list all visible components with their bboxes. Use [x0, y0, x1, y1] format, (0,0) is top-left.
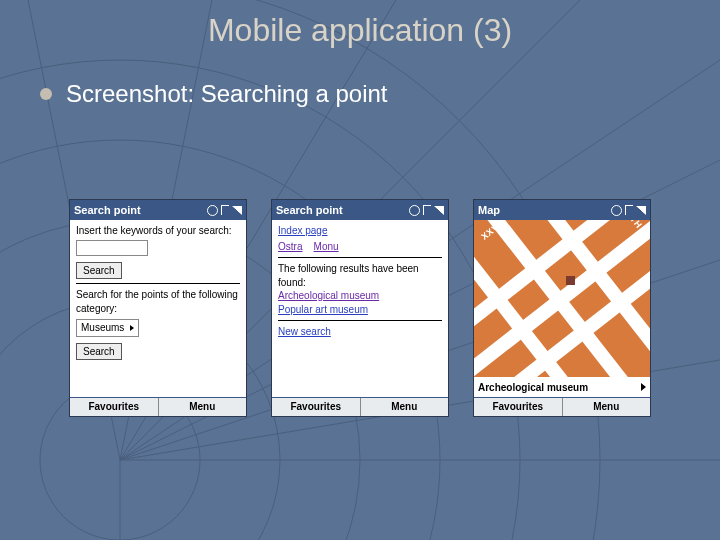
globe-icon — [207, 205, 218, 216]
breadcrumb-ostra[interactable]: Ostra — [278, 241, 302, 252]
result-archeological[interactable]: Archeological museum — [278, 290, 379, 301]
chevron-right-icon — [641, 383, 646, 391]
map-place-text: Archeological museum — [478, 382, 588, 393]
battery-icon — [221, 205, 229, 215]
phone-map: Map XXVI KOSTH Archeologi — [474, 200, 650, 416]
map-poi-icon[interactable] — [566, 276, 575, 285]
result-popular-art[interactable]: Popular art museum — [278, 304, 368, 315]
keyword-prompt: Insert the keywords of your search: — [76, 224, 240, 238]
softkey-favourites[interactable]: Favourites — [474, 398, 562, 416]
phone-search-form: Search point Insert the keywords of your… — [70, 200, 246, 416]
results-label: The following results have been found: — [278, 262, 442, 289]
signal-icon — [636, 206, 646, 215]
status-icons — [611, 205, 646, 216]
battery-icon — [423, 205, 431, 215]
keyword-input[interactable] — [76, 240, 148, 256]
phone-c-title: Map — [478, 204, 500, 216]
softkey-favourites[interactable]: Favourites — [272, 398, 360, 416]
map-place-label[interactable]: Archeological museum — [474, 377, 650, 397]
category-value: Museums — [81, 321, 124, 335]
search-category-button[interactable]: Search — [76, 343, 122, 361]
bullet-dot-icon — [40, 88, 52, 100]
category-select[interactable]: Museums — [76, 319, 139, 337]
status-icons — [409, 205, 444, 216]
new-search-link[interactable]: New search — [278, 326, 331, 337]
softkey-menu[interactable]: Menu — [158, 398, 247, 416]
softkey-favourites[interactable]: Favourites — [70, 398, 158, 416]
dropdown-arrow-icon — [130, 325, 134, 331]
softkey-menu[interactable]: Menu — [360, 398, 449, 416]
map-canvas[interactable]: XXVI KOSTH — [474, 220, 650, 377]
battery-icon — [625, 205, 633, 215]
globe-icon — [409, 205, 420, 216]
category-prompt: Search for the points of the following c… — [76, 288, 240, 315]
globe-icon — [611, 205, 622, 216]
phone-search-results: Search point Index page Ostra Monu The f… — [272, 200, 448, 416]
phone-a-title: Search point — [74, 204, 141, 216]
signal-icon — [434, 206, 444, 215]
breadcrumb-monu[interactable]: Monu — [314, 241, 339, 252]
signal-icon — [232, 206, 242, 215]
search-button[interactable]: Search — [76, 262, 122, 280]
status-icons — [207, 205, 242, 216]
slide-title: Mobile application (3) — [0, 12, 720, 49]
phone-b-title: Search point — [276, 204, 343, 216]
index-link[interactable]: Index page — [278, 225, 328, 236]
softkey-menu[interactable]: Menu — [562, 398, 651, 416]
bullet-text: Screenshot: Searching a point — [66, 80, 388, 108]
